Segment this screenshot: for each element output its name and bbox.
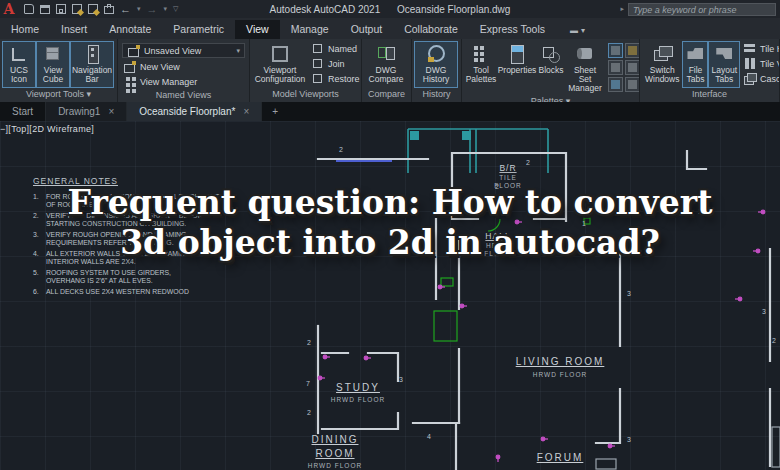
search-input[interactable]: Type a keyword or phrase (628, 3, 776, 16)
palette-mini-icon[interactable] (625, 60, 640, 75)
palette-mini-icon[interactable] (608, 60, 623, 75)
file-tabs-button[interactable]: File Tabs (682, 41, 708, 88)
undo-icon[interactable]: ← (120, 4, 131, 14)
properties-icon (507, 44, 527, 64)
blocks-icon (541, 44, 561, 64)
view-manager-button[interactable]: View Manager (120, 74, 247, 89)
search-toggle-icon[interactable]: ▸ (620, 5, 624, 13)
ribbon: UCS Icon View Cube Navigation Bar Viewpo… (0, 39, 780, 102)
dwg-compare-label: DWG Compare (367, 66, 405, 84)
sheet-set-manager-button[interactable]: Sheet Set Manager (566, 41, 604, 95)
tab-manage[interactable]: Manage (280, 20, 340, 39)
close-icon[interactable]: × (243, 106, 249, 117)
tile-horizontally-label: Tile Horizontally (760, 44, 780, 54)
tile-horizontally-button[interactable]: Tile Horizontally (740, 41, 780, 56)
autocad-logo-icon[interactable]: A (0, 0, 18, 18)
drawing-canvas[interactable]: −][Top][2D Wireframe] GENERAL NOTES 1.FO… (0, 121, 780, 470)
view-manager-label: View Manager (140, 77, 197, 87)
restore-viewport-label: Restore (328, 74, 360, 84)
named-viewport-icon (311, 42, 324, 55)
new-view-icon (123, 60, 136, 73)
palette-mini-icon[interactable] (608, 77, 623, 92)
save-icon[interactable] (56, 4, 66, 14)
svg-text:2: 2 (339, 146, 343, 153)
new-tab-button[interactable]: + (262, 102, 288, 121)
file-tab-start[interactable]: Start (0, 102, 46, 121)
palette-mini-icon[interactable] (625, 43, 640, 58)
ucs-icon-button[interactable]: UCS Icon (2, 41, 36, 88)
panel-named-views: Unsaved View ▾ New View View Manager Nam… (118, 39, 250, 102)
redo-dropdown-icon[interactable]: ▾ (164, 5, 168, 13)
view-dropdown[interactable]: Unsaved View ▾ (122, 43, 245, 58)
view-dropdown-value: Unsaved View (144, 46, 201, 56)
named-viewport-label: Named (328, 44, 357, 54)
headline-line2: 3d object into 2d in autocad? (0, 223, 780, 263)
cascade-button[interactable]: Cascade (740, 71, 780, 86)
file-tab-oceanside[interactable]: Oceanside Floorplan* × (127, 102, 262, 121)
ribbon-minimize-button[interactable]: ▬▾ (564, 26, 591, 39)
floorplan-drawing: B/R TILE FLOOR HALL HRWD FLOOR LIVING RO… (0, 121, 780, 470)
tab-express-tools[interactable]: Express Tools (469, 20, 556, 39)
tile-vertically-button[interactable]: Tile Vertically (740, 56, 780, 71)
tab-output[interactable]: Output (340, 20, 394, 39)
tab-annotate[interactable]: Annotate (98, 20, 162, 39)
dwg-history-button[interactable]: DWG History (414, 41, 458, 88)
print-icon[interactable] (104, 6, 114, 14)
new-view-label: New View (140, 62, 180, 72)
chevron-down-icon: ▾ (581, 26, 585, 35)
viewport-configuration-label: Viewport Configuration (255, 66, 306, 84)
tab-insert[interactable]: Insert (50, 20, 98, 39)
join-viewport-button[interactable]: Join (308, 56, 362, 71)
svg-text:ROOM: ROOM (315, 448, 354, 459)
ribbon-tab-bar: Home Insert Annotate Parametric View Man… (0, 18, 780, 39)
navigation-bar-button[interactable]: Navigation Bar (70, 41, 114, 88)
panel-interface: Switch Windows File Tabs Layout Tabs Til… (640, 39, 780, 102)
panel-label-model-viewports: Model Viewports (250, 88, 361, 102)
switch-windows-button[interactable]: Switch Windows (642, 41, 682, 88)
ucs-axes-icon (9, 44, 29, 64)
panel-label-viewport-tools[interactable]: Viewport Tools ▾ (0, 88, 117, 102)
new-file-icon[interactable] (24, 4, 34, 14)
tab-collaborate[interactable]: Collaborate (393, 20, 469, 39)
svg-text:HRWD FLOOR: HRWD FLOOR (308, 462, 362, 469)
file-tab-drawing1-label: Drawing1 (58, 106, 100, 117)
svg-text:2: 2 (772, 337, 776, 344)
view-cube-label: View Cube (39, 66, 67, 84)
panel-palettes: Tool Palettes Properties Blocks Sheet Se… (462, 39, 640, 102)
open-file-icon[interactable] (40, 5, 50, 14)
redo-icon[interactable]: → (147, 4, 158, 14)
autocad-window: A ← ▾ → ▾ ▽ Autodesk AutoCAD 2021 Oceans… (0, 0, 780, 470)
svg-text:3: 3 (399, 376, 403, 383)
title-bar: A ← ▾ → ▾ ▽ Autodesk AutoCAD 2021 Oceans… (0, 0, 780, 18)
close-icon[interactable]: × (108, 106, 114, 117)
named-viewport-button[interactable]: Named (308, 41, 362, 56)
panel-label-history: History (412, 88, 461, 102)
sheet-set-manager-icon (575, 44, 595, 64)
dwg-compare-button[interactable]: DWG Compare (364, 41, 408, 88)
tab-view[interactable]: View (235, 20, 280, 39)
layout-tabs-button[interactable]: Layout Tabs (708, 41, 740, 88)
tool-palettes-button[interactable]: Tool Palettes (464, 41, 498, 95)
new-view-button[interactable]: New View (120, 59, 247, 74)
tab-home[interactable]: Home (0, 20, 50, 39)
tile-horizontally-icon (743, 42, 756, 55)
undo-dropdown-icon[interactable]: ▾ (137, 5, 141, 13)
file-tab-drawing1[interactable]: Drawing1 × (46, 102, 127, 121)
infocenter: ▸ Type a keyword or phrase (620, 3, 780, 16)
tab-parametric[interactable]: Parametric (162, 20, 235, 39)
panel-label-named-views: Named Views (118, 89, 249, 102)
plot-icon[interactable] (88, 4, 98, 14)
ucs-icon-label: UCS Icon (5, 66, 33, 84)
blocks-button[interactable]: Blocks (536, 41, 566, 95)
customize-toolbar-icon[interactable]: ▽ (173, 5, 178, 13)
palette-mini-icon[interactable] (608, 43, 623, 58)
palette-mini-icon[interactable] (625, 77, 640, 92)
svg-text:7: 7 (306, 380, 310, 387)
view-cube-button[interactable]: View Cube (36, 41, 70, 88)
restore-viewport-button[interactable]: Restore (308, 71, 362, 86)
save-as-icon[interactable] (72, 4, 82, 14)
properties-button[interactable]: Properties (498, 41, 536, 95)
panel-label-palettes[interactable]: Palettes ▾ (462, 95, 639, 102)
viewport-configuration-button[interactable]: Viewport Configuration (252, 41, 308, 88)
dwg-history-icon (426, 44, 446, 64)
